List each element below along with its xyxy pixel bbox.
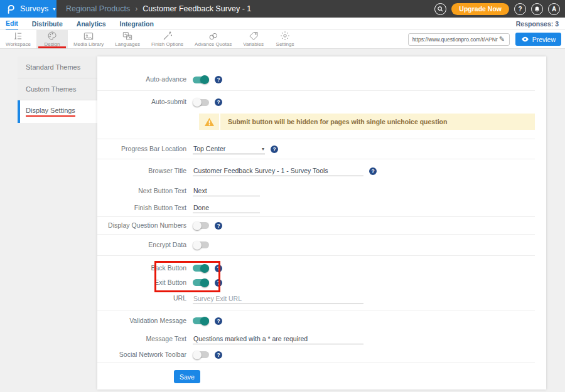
auto-submit-toggle[interactable] [193,99,209,106]
back-button-row: Back Button ? [97,261,546,275]
browser-title-input[interactable] [193,166,363,176]
edit-pencil-icon[interactable]: ✎ [499,35,505,43]
nav-integration[interactable]: Integration [120,18,154,29]
back-exit-group: Back Button ? Exit Button ? URL [97,256,546,310]
progress-bar-location-select[interactable]: Top Center ▾ [193,144,265,154]
display-question-numbers-label: Display Question Numbers [97,221,193,230]
auto-advance-label: Auto-advance [97,75,193,83]
message-text-input[interactable] [193,334,363,344]
design-palette-icon [47,31,57,41]
tab-finish-options[interactable]: Finish Options [146,30,189,48]
tab-workspace[interactable]: Workspace [0,30,36,48]
workspace-icon [13,31,23,41]
encrypt-data-label: Encrypt Data [97,241,193,249]
message-text-label: Message Text [97,335,193,343]
auto-submit-help-icon[interactable]: ? [215,98,222,106]
topbar-actions: Upgrade Now ? A [434,3,565,15]
back-button-help-icon[interactable]: ? [215,265,222,272]
preview-button[interactable]: Preview [515,33,561,46]
display-question-numbers-toggle[interactable] [193,222,209,229]
magic-wand-icon [163,31,173,41]
upgrade-now-button[interactable]: Upgrade Now [451,3,509,15]
eye-icon [521,36,529,42]
auto-advance-help-icon[interactable]: ? [215,76,222,83]
auto-advance-toggle[interactable] [193,77,209,83]
bell-icon[interactable] [531,3,543,15]
social-network-toolbar-label: Social Network Toolbar [97,351,193,359]
survey-nav: Edit Distribute Analytics Integration Re… [0,18,565,30]
media-image-icon [83,31,94,41]
tab-advance-quotas[interactable]: Advance Quotas [189,30,237,48]
progress-bar-location-label: Progress Bar Location [97,145,193,153]
questionpro-logo-icon [5,4,16,14]
display-question-numbers-help-icon[interactable]: ? [215,222,222,230]
next-button-text-label: Next Button Text [97,187,193,195]
display-settings-panel: Auto-advance ? Auto-submit ? Submit butt… [97,56,546,389]
responses-count-link[interactable]: Responses: 3 [516,20,565,28]
nav-edit[interactable]: Edit [6,18,18,29]
nav-distribute[interactable]: Distribute [32,18,63,29]
tab-variables[interactable]: Variables [237,30,269,48]
exit-url-label: URL [97,294,193,302]
exit-url-input[interactable] [193,294,363,304]
finish-button-text-input[interactable] [193,203,260,213]
breadcrumb: Regional Products › Customer Feedback Su… [66,4,251,13]
encrypt-data-row: Encrypt Data [97,235,546,255]
exit-button-help-icon[interactable]: ? [215,279,222,287]
validation-message-toggle[interactable] [193,317,209,324]
auto-submit-row: Auto-submit ? [97,91,546,114]
social-network-toolbar-help-icon[interactable]: ? [215,351,222,359]
progress-bar-location-row: Progress Bar Location Top Center ▾ ? [97,139,546,159]
social-network-toolbar-toggle[interactable] [193,351,209,358]
languages-icon [122,31,132,41]
sidebar-item-display-settings[interactable]: Display Settings [18,100,97,123]
sidebar-item-standard-themes[interactable]: Standard Themes [18,56,97,78]
app-menu-label: Surveys [20,4,48,13]
avatar[interactable]: A [548,3,560,15]
tag-icon [249,31,259,41]
content-area: Standard Themes Custom Themes Display Se… [18,56,546,389]
app-logo-menu[interactable]: Surveys ▾ [0,0,56,18]
nav-analytics[interactable]: Analytics [77,18,106,29]
exit-url-row: URL [97,290,546,307]
exit-button-toggle[interactable] [193,279,209,286]
search-icon[interactable] [434,3,446,15]
validation-message-help-icon[interactable]: ? [215,317,222,325]
breadcrumb-current: Customer Feedback Survey - 1 [143,4,251,13]
encrypt-data-toggle[interactable] [193,241,209,248]
chain-links-icon [208,31,218,41]
auto-advance-row: Auto-advance ? [97,69,546,90]
warning-triangle-icon [199,114,220,130]
validation-message-row: Validation Message ? [97,310,546,331]
breadcrumb-separator: › [135,4,137,13]
design-toolbar: Workspace Design Media Library Languages… [0,30,565,49]
help-icon[interactable]: ? [514,3,526,15]
survey-url-box: ✎ [408,33,510,46]
breadcrumb-parent[interactable]: Regional Products [66,4,130,13]
chevron-down-icon: ▾ [53,6,55,12]
browser-title-help-icon[interactable]: ? [369,167,377,175]
progress-bar-help-icon[interactable]: ? [271,146,278,153]
tab-design[interactable]: Design [36,30,68,48]
sidebar-item-custom-themes[interactable]: Custom Themes [18,78,97,100]
exit-button-row: Exit Button ? [97,275,546,290]
exit-button-label: Exit Button [97,278,193,287]
tab-settings[interactable]: Settings [269,30,301,48]
next-button-text-row: Next Button Text [97,183,546,199]
survey-url-input[interactable] [411,36,499,43]
finish-button-text-row: Finish Button Text [97,199,546,216]
auto-submit-label: Auto-submit [97,98,193,106]
next-button-text-input[interactable] [193,186,260,196]
gear-icon [280,31,290,41]
design-sidebar: Standard Themes Custom Themes Display Se… [18,56,97,389]
back-button-toggle[interactable] [193,265,209,272]
message-text-row: Message Text [97,331,546,347]
chevron-down-icon: ▾ [262,146,264,152]
back-button-label: Back Button [97,264,193,272]
social-network-toolbar-row: Social Network Toolbar ? [97,347,546,363]
save-button[interactable]: Save [174,370,200,383]
tab-media-library[interactable]: Media Library [68,30,109,48]
browser-title-label: Browser Title [97,167,193,175]
tab-languages[interactable]: Languages [109,30,146,48]
warning-text: Submit button will be hidden for pages w… [220,118,447,125]
